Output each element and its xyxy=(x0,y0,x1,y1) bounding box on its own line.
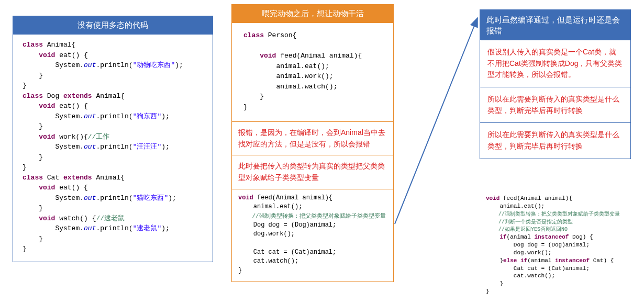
panel2-note1: 报错，是因为，在编译时，会到Animal当中去找对应的方法，但是是没有，所以会报… xyxy=(232,122,393,155)
panel1-title: 没有使用多态的代码 xyxy=(13,16,213,35)
page-canvas: 没有使用多态的代码 class Animal{ void eat() { Sys… xyxy=(0,0,644,304)
panel2-code2: void feed(Animal animal){ animal.eat(); … xyxy=(232,189,393,282)
panel1-code: class Animal{ void eat() { System.out.pr… xyxy=(13,35,213,262)
panel2-title: 喂完动物之后，想让动物干活 xyxy=(232,5,393,23)
panel2-note2: 此时要把传入的类型转为真实的类型把父类类型对象赋给子类类型变量 xyxy=(232,155,393,188)
panel3-code: void feed(Animal animal){ animal.eat(); … xyxy=(486,195,643,296)
panel3-note3: 所以在此需要判断传入的真实类型是什么类型，判断完毕后再时行转换 xyxy=(480,123,630,158)
panel3-note1: 假设别人传入的真实类是一个Cat类，就不用把Cat类强制转换成Dog，只有父类类… xyxy=(480,40,630,87)
panel3-note2: 所以在此需要判断传入的真实类型是什么类型，判断完毕后再时行转换 xyxy=(480,87,630,122)
panel3-title: 此时虽然编译通过，但是运行时还是会报错 xyxy=(480,10,630,40)
panel-feed: 喂完动物之后，想让动物干活 class Person{ void feed(An… xyxy=(231,4,394,282)
panel2-code1: class Person{ void feed(Animal animal){ … xyxy=(232,23,393,121)
svg-line-1 xyxy=(395,18,478,224)
panel-runtime-err: 此时虽然编译通过，但是运行时还是会报错 假设别人传入的真实类是一个Cat类，就不… xyxy=(480,9,631,159)
arrow xyxy=(393,13,482,227)
panel-no-poly: 没有使用多态的代码 class Animal{ void eat() { Sys… xyxy=(13,16,213,262)
